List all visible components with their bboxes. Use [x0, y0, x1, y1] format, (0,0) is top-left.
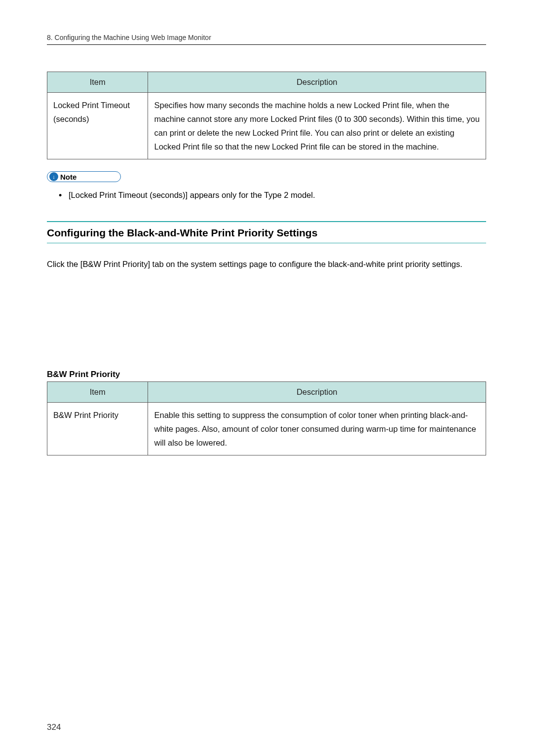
- table-header-item: Item: [47, 381, 148, 402]
- section-heading-wrap: Configuring the Black-and-White Print Pr…: [47, 221, 486, 243]
- table-header-item: Item: [47, 72, 148, 93]
- body-paragraph: Click the [B&W Print Priority] tab on th…: [47, 257, 486, 271]
- section-rule-top: [47, 221, 486, 222]
- cell-item: B&W Print Priority: [47, 402, 148, 455]
- section-rule-bottom: [47, 243, 486, 243]
- sub-heading: B&W Print Priority: [47, 370, 486, 379]
- note-bullet: [Locked Print Timeout (seconds)] appears…: [62, 189, 486, 201]
- chapter-header: 8. Configuring the Machine Using Web Ima…: [47, 34, 486, 41]
- section-heading: Configuring the Black-and-White Print Pr…: [47, 227, 486, 239]
- note-list: [Locked Print Timeout (seconds)] appears…: [47, 189, 486, 201]
- table-row: Locked Print Timeout (seconds) Specifies…: [47, 93, 486, 159]
- down-arrow-icon: ↓: [49, 172, 58, 181]
- header-rule: [47, 44, 486, 45]
- table-bw-priority: Item Description B&W Print Priority Enab…: [47, 381, 486, 455]
- table-locked-print: Item Description Locked Print Timeout (s…: [47, 72, 486, 159]
- table-header-description: Description: [148, 72, 486, 93]
- note-label: Note: [60, 173, 76, 181]
- cell-description: Specifies how many seconds the machine h…: [148, 93, 486, 159]
- page-number: 324: [47, 722, 61, 732]
- note-badge: ↓ Note: [47, 171, 121, 182]
- table-row: B&W Print Priority Enable this setting t…: [47, 402, 486, 455]
- table-header-description: Description: [148, 381, 486, 402]
- cell-item: Locked Print Timeout (seconds): [47, 93, 148, 159]
- cell-description: Enable this setting to suppress the cons…: [148, 402, 486, 455]
